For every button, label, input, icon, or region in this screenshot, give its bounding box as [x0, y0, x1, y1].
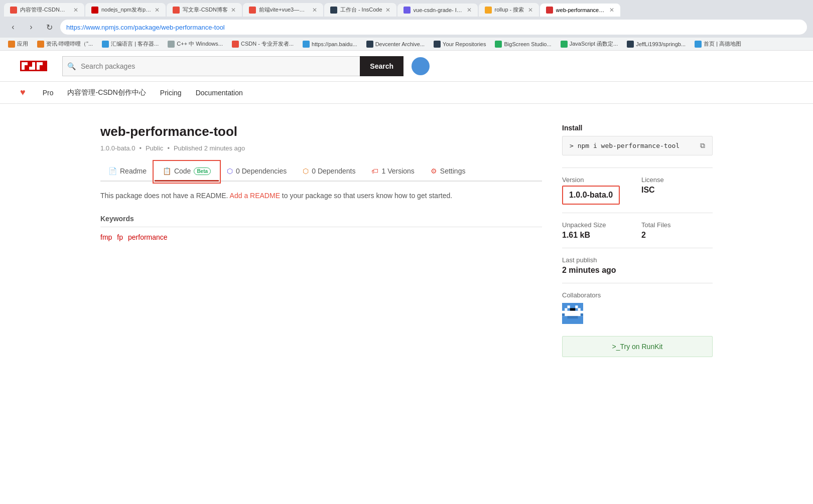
- bookmark-favicon: [232, 41, 239, 48]
- tab-close-icon[interactable]: ✕: [467, 7, 472, 14]
- collaborators-label: Collaborators: [562, 291, 713, 299]
- tab-versions-label: 1 Versions: [381, 167, 414, 175]
- version-value: 1.0.0-bata.0: [569, 191, 613, 199]
- keywords-section: Keywords fmp fp performance: [100, 215, 542, 241]
- tab-close-icon[interactable]: ✕: [528, 7, 533, 14]
- tab-npm[interactable]: nodejs_npm发布packag... ✕: [85, 3, 166, 17]
- tab-vue[interactable]: 前端vite+vue3——可视... ✕: [243, 3, 323, 17]
- bookmark-jeffli[interactable]: JeffLi1993/springb...: [624, 40, 689, 49]
- bookmark-favicon: [366, 41, 373, 48]
- heart-icon[interactable]: ♥: [20, 87, 26, 98]
- bookmark-baidu[interactable]: https://pan.baidu...: [300, 40, 360, 49]
- install-section: Install > npm i web-performance-tool ⧉: [562, 124, 713, 155]
- tab-settings-label: Settings: [440, 167, 466, 175]
- bookmark-csdn[interactable]: CSDN - 专业开发者...: [229, 39, 297, 49]
- tab-close-icon[interactable]: ✕: [385, 7, 390, 14]
- runkit-button[interactable]: >_Try on RunKit: [562, 336, 713, 357]
- bookmark-js[interactable]: JavaScript 函数定...: [558, 39, 621, 49]
- tab-code-label: Code: [174, 167, 191, 175]
- tab-versions[interactable]: 🏷 1 Versions: [363, 162, 422, 182]
- nav-teams[interactable]: 内容管理-CSDN创作中心: [60, 82, 153, 104]
- tab-favicon-webperf: [546, 7, 553, 14]
- package-version: 1.0.0-bata.0: [100, 144, 135, 152]
- tab-dependents[interactable]: ⬡ 0 Dependents: [295, 162, 363, 182]
- forward-button[interactable]: ›: [24, 20, 38, 34]
- address-input[interactable]: https://www.npmjs.com/package/web-perfor…: [60, 20, 807, 35]
- tab-ide[interactable]: vue-csdn-grade- IDE P... ✕: [397, 4, 478, 17]
- install-command: > npm i web-performance-tool: [570, 142, 680, 149]
- tab-close-icon[interactable]: ✕: [312, 7, 317, 14]
- tab-favicon-write: [173, 7, 180, 14]
- tab-label: web-performance-too...: [556, 7, 606, 13]
- tab-close-icon[interactable]: ✕: [73, 7, 78, 14]
- tab-favicon-rollup: [485, 7, 492, 14]
- nav-pro[interactable]: Pro: [36, 82, 61, 104]
- tab-close-icon[interactable]: ✕: [231, 7, 236, 14]
- dependents-icon: ⬡: [303, 167, 309, 175]
- add-readme-link[interactable]: Add a README: [230, 192, 280, 200]
- tab-csdn1[interactable]: 内容管理-CSDN创作中心 ✕: [4, 3, 84, 17]
- tab-favicon-vue: [249, 7, 256, 14]
- avatar[interactable]: [412, 57, 430, 75]
- last-publish-label: Last publish: [562, 256, 713, 264]
- bookmark-bilibili[interactable]: 资讯·哔哩哔哩（"...: [34, 39, 96, 49]
- keyword-fmp[interactable]: fmp: [100, 233, 112, 241]
- keyword-performance[interactable]: performance: [128, 233, 168, 241]
- tab-webperf[interactable]: web-performance-too... ✕: [540, 4, 620, 17]
- tab-favicon-csdn: [10, 7, 17, 14]
- bookmark-apps[interactable]: 应用: [5, 39, 31, 49]
- package-title: web-performance-tool: [100, 124, 542, 139]
- back-button[interactable]: ‹: [6, 20, 20, 34]
- tab-close-icon[interactable]: ✕: [155, 7, 160, 14]
- svg-rect-13: [562, 311, 583, 316]
- address-bar: ‹ › ↻ https://www.npmjs.com/package/web-…: [0, 17, 813, 38]
- npm-logo[interactable]: [20, 61, 47, 71]
- last-publish-value: 2 minutes ago: [562, 266, 713, 275]
- code-icon: 📋: [163, 167, 171, 175]
- package-visibility: Public: [146, 144, 163, 152]
- bookmark-asm[interactable]: 汇编语言 | 客存器...: [99, 39, 162, 49]
- bookmark-favicon: [561, 41, 568, 48]
- tab-inscode[interactable]: 工作台 - InsCode ✕: [324, 3, 396, 17]
- tab-dependencies[interactable]: ⬡ 0 Dependencies: [219, 162, 295, 182]
- tab-label: 内容管理-CSDN创作中心: [20, 6, 70, 14]
- search-button[interactable]: Search: [360, 56, 403, 76]
- nav-pricing[interactable]: Pricing: [153, 82, 189, 104]
- npm-site: 🔍 Search ♥ Pro 内容管理-CSDN创作中心 Pricing Doc…: [0, 51, 813, 452]
- reload-button[interactable]: ↻: [42, 20, 56, 34]
- collaborators-list: [562, 303, 713, 326]
- collaborator-avatar[interactable]: [562, 303, 583, 324]
- svg-rect-11: [570, 308, 576, 311]
- tab-settings[interactable]: ⚙ Settings: [423, 162, 474, 182]
- bookmark-cpp[interactable]: C++ 中 Windows...: [165, 39, 226, 49]
- bookmark-bigscreen[interactable]: BigScreen Studio...: [492, 40, 554, 49]
- bookmark-favicon: [495, 41, 502, 48]
- svg-rect-8: [568, 305, 570, 308]
- tab-rollup[interactable]: rollup - 搜索 ✕: [479, 3, 539, 17]
- tab-close-icon[interactable]: ✕: [609, 7, 614, 14]
- last-publish-section: Last publish 2 minutes ago: [562, 256, 713, 283]
- tab-label: rollup - 搜索: [495, 6, 524, 14]
- bookmark-devcenter[interactable]: Devcenter Archive...: [363, 40, 428, 49]
- collaborators-section: Collaborators: [562, 291, 713, 326]
- search-input[interactable]: [62, 56, 360, 76]
- tab-readme[interactable]: 📄 Readme: [100, 162, 155, 182]
- tab-label: 工作台 - InsCode: [340, 6, 382, 14]
- readme-icon: 📄: [108, 167, 117, 175]
- copy-icon[interactable]: ⧉: [700, 141, 705, 150]
- bookmark-github[interactable]: Your Repositories: [431, 40, 489, 49]
- tab-label: 写文章-CSDN博客: [183, 6, 228, 14]
- bookmark-favicon: [627, 41, 634, 48]
- install-label: Install: [562, 124, 713, 132]
- bookmark-gaode[interactable]: 首页 | 高德地图: [692, 39, 744, 49]
- keyword-fp[interactable]: fp: [117, 233, 123, 241]
- nav-documentation[interactable]: Documentation: [189, 82, 250, 104]
- tab-code[interactable]: 📋 Code Beta: [155, 162, 219, 182]
- tab-write[interactable]: 写文章-CSDN博客 ✕: [167, 3, 242, 17]
- keywords-list: fmp fp performance: [100, 233, 542, 241]
- package-content: web-performance-tool 1.0.0-bata.0 • Publ…: [80, 104, 733, 377]
- tab-readme-label: Readme: [120, 167, 147, 175]
- svg-rect-14: [568, 316, 578, 318]
- package-sidebar: Install > npm i web-performance-tool ⧉ V…: [562, 124, 713, 357]
- bookmark-favicon: [303, 41, 310, 48]
